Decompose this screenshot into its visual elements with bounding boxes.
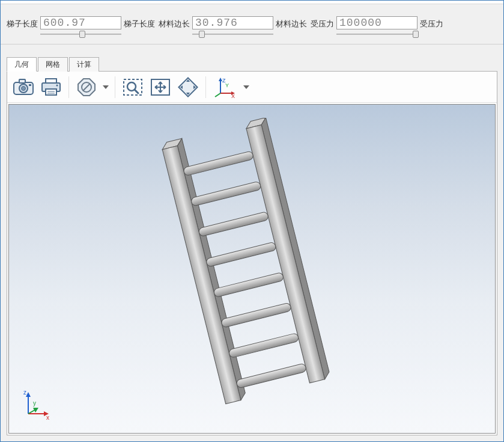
axis-xy-icon: Z Y X [213, 76, 237, 98]
fit-view-icon [150, 78, 171, 96]
viewport-toolbar: Z Y X [7, 72, 497, 103]
svg-rect-34 [205, 242, 276, 267]
param-edge-stack [192, 16, 273, 38]
chevron-down-icon [103, 85, 109, 89]
print-icon [41, 78, 61, 96]
param-pressure-stack [336, 16, 417, 38]
tab-geometry[interactable]: 几何 [7, 57, 37, 72]
app-window: 梯子长度 梯子长度 材料边长 材料边长 受压力 [0, 0, 504, 442]
svg-line-21 [215, 93, 220, 97]
prohibit-icon [77, 78, 96, 97]
chevron-down-icon [243, 85, 249, 89]
param-pressure-slider[interactable] [336, 31, 417, 38]
toolbar-sep-1 [68, 76, 69, 98]
ladder-geometry [150, 118, 354, 407]
svg-point-3 [22, 86, 26, 90]
param-edge-group: 材料边长 材料边长 [159, 16, 307, 38]
svg-marker-26 [176, 138, 247, 400]
tab-panel: Z Y X [7, 71, 497, 435]
param-pressure-suffix: 受压力 [420, 16, 443, 29]
tab-mesh[interactable]: 网格 [38, 57, 68, 72]
param-length-slider[interactable] [40, 31, 121, 38]
param-pressure-input[interactable] [336, 16, 417, 29]
svg-rect-7 [46, 89, 56, 95]
tab-bar: 几何 网格 计算 [7, 57, 497, 71]
fit-view-button[interactable] [148, 75, 173, 100]
zoom-box-button[interactable] [120, 75, 145, 100]
svg-rect-32 [190, 181, 261, 206]
content-area: 几何 网格 计算 [1, 45, 503, 441]
svg-rect-36 [220, 302, 291, 328]
param-length-label: 梯子长度 [7, 16, 38, 29]
param-pressure-label: 受压力 [311, 16, 334, 29]
svg-text:x: x [46, 414, 49, 421]
svg-text:y: y [33, 400, 36, 407]
prohibit-dropdown[interactable] [102, 75, 110, 100]
svg-rect-35 [213, 272, 284, 298]
print-button[interactable] [38, 75, 64, 100]
svg-point-8 [56, 84, 58, 86]
zoom-box-icon [123, 78, 143, 96]
zoom-extent-icon [178, 77, 198, 97]
toolbar-sep-2 [115, 76, 115, 98]
camera-icon [13, 79, 34, 96]
orientation-triad: z x y [17, 386, 56, 425]
param-edge-slider[interactable] [192, 31, 273, 38]
axis-dropdown[interactable] [242, 75, 250, 100]
parameter-bar: 梯子长度 梯子长度 材料边长 材料边长 受压力 [1, 4, 503, 45]
svg-text:z: z [23, 389, 26, 396]
svg-rect-4 [29, 84, 31, 86]
svg-rect-37 [228, 333, 299, 358]
param-length-group: 梯子长度 梯子长度 [7, 16, 155, 38]
axis-orientation-button[interactable]: Z Y X [211, 75, 240, 100]
svg-rect-14 [124, 79, 142, 95]
svg-rect-38 [235, 363, 306, 388]
param-length-suffix: 梯子长度 [124, 16, 155, 29]
svg-rect-1 [19, 79, 25, 83]
prohibit-button[interactable] [74, 75, 99, 100]
param-length-stack [40, 16, 121, 38]
param-pressure-group: 受压力 受压力 [311, 16, 443, 38]
tab-calc[interactable]: 计算 [69, 57, 99, 72]
svg-rect-33 [198, 212, 269, 237]
param-edge-input[interactable] [192, 16, 273, 29]
zoom-extent-button[interactable] [175, 75, 201, 100]
svg-text:X: X [231, 93, 235, 98]
viewport-3d[interactable]: z x y [8, 104, 496, 434]
svg-rect-31 [183, 151, 254, 176]
svg-rect-27 [162, 146, 241, 404]
toolbar-sep-3 [205, 76, 206, 98]
param-length-input[interactable] [40, 16, 121, 29]
svg-text:Y: Y [225, 82, 229, 88]
param-edge-label: 材料边长 [159, 16, 190, 29]
param-edge-suffix: 材料边长 [276, 16, 307, 29]
camera-button[interactable] [11, 75, 36, 100]
svg-line-16 [135, 90, 138, 93]
